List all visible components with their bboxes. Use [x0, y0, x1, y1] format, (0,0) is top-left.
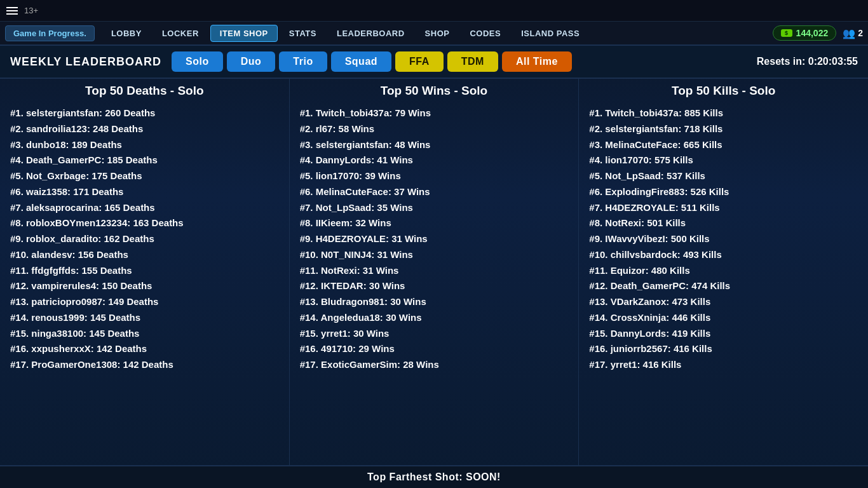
nav-locker[interactable]: LOCKER	[153, 25, 208, 41]
list-item: #1. Twitch_tobi437a: 79 Wins	[300, 105, 569, 121]
game-status: Game In Progress.	[5, 25, 95, 41]
list-item: #11. ffdgfgffds: 155 Deaths	[10, 263, 279, 279]
list-item: #11. NotRexi: 31 Wins	[300, 263, 569, 279]
list-item: #10. alandesv: 156 Deaths	[10, 247, 279, 263]
list-item: #16. juniorrb2567: 416 Kills	[589, 341, 858, 357]
list-item: #3. MelinaCuteFace: 665 Kills	[589, 137, 858, 153]
list-item: #8. IIKieem: 32 Wins	[300, 215, 569, 231]
currency-icon: $	[781, 29, 792, 37]
list-item: #17. yrret1: 416 Kills	[589, 357, 858, 373]
list-item: #6. waiz1358: 171 Deaths	[10, 184, 279, 200]
deaths-title: Top 50 Deaths - Solo	[10, 84, 279, 100]
list-item: #7. Not_LpSaad: 35 Wins	[300, 200, 569, 216]
list-item: #16. 491710: 29 Wins	[300, 341, 569, 357]
tab-solo[interactable]: Solo	[172, 51, 223, 72]
bottom-bar: Top Farthest Shot: SOON!	[0, 465, 868, 488]
list-item: #12. IKTEDAR: 30 Wins	[300, 278, 569, 294]
list-item: #2. rl67: 58 Wins	[300, 121, 569, 137]
list-item: #10. chillvsbardock: 493 Kills	[589, 247, 858, 263]
main-content: Top 50 Deaths - Solo #1. selstergiantsfa…	[0, 79, 868, 465]
tab-duo[interactable]: Duo	[227, 51, 276, 72]
list-item: #3. dunbo18: 189 Deaths	[10, 137, 279, 153]
tab-trio[interactable]: Trio	[279, 51, 327, 72]
list-item: #7. H4DEZROYALE: 511 Kills	[589, 200, 858, 216]
nav-stats[interactable]: STATS	[280, 25, 325, 41]
list-item: #7. aleksaprocarina: 165 Deaths	[10, 200, 279, 216]
list-item: #15. ninga38100: 145 Deaths	[10, 326, 279, 342]
nav-lobby[interactable]: LOBBY	[102, 25, 151, 41]
kills-list: #1. Twitch_tobi437a: 885 Kills#2. selste…	[589, 105, 858, 373]
list-item: #10. N0T_NINJ4: 31 Wins	[300, 247, 569, 263]
tab-tdm[interactable]: TDM	[447, 51, 498, 72]
nav-right: $ 144,022 👥 2	[773, 25, 863, 41]
list-item: #17. ExoticGamerSim: 28 Wins	[300, 357, 569, 373]
list-item: #13. VDarkZanox: 473 Kills	[589, 294, 858, 310]
nav-shop[interactable]: SHOP	[416, 25, 459, 41]
currency-display: $ 144,022	[773, 25, 837, 41]
lb-title: WEEKLY LEADERBOARD	[10, 55, 161, 69]
kills-title: Top 50 Kills - Solo	[589, 84, 858, 100]
wins-column: Top 50 Wins - Solo #1. Twitch_tobi437a: …	[290, 79, 580, 465]
nav-codes[interactable]: CODES	[461, 25, 510, 41]
nav-leaderboard[interactable]: LEADERBOARD	[328, 25, 414, 41]
tab-ffa[interactable]: FFA	[395, 51, 444, 72]
list-item: #14. CrossXninja: 446 Kills	[589, 310, 858, 326]
players-icon: 👥	[843, 27, 855, 39]
list-item: #8. NotRexi: 501 Kills	[589, 215, 858, 231]
list-item: #4. lion17070: 575 Kills	[589, 152, 858, 168]
list-item: #9. H4DEZROYALE: 31 Wins	[300, 231, 569, 247]
list-item: #9. IWavvyVibezI: 500 Kills	[589, 231, 858, 247]
deaths-column: Top 50 Deaths - Solo #1. selstergiantsfa…	[0, 79, 290, 465]
list-item: #15. DannyLords: 419 Kills	[589, 326, 858, 342]
tab-alltime[interactable]: All Time	[502, 51, 572, 72]
currency-amount: 144,022	[796, 28, 829, 38]
menu-icon[interactable]	[6, 7, 18, 15]
age-badge: 13+	[24, 6, 38, 15]
navbar: Game In Progress. LOBBY LOCKER ITEM SHOP…	[0, 22, 868, 46]
list-item: #5. Not_LpSaad: 537 Kills	[589, 168, 858, 184]
deaths-list: #1. selstergiantsfan: 260 Deaths#2. sand…	[10, 105, 279, 373]
list-item: #12. Death_GamerPC: 474 Kills	[589, 278, 858, 294]
list-item: #2. sandroilia123: 248 Deaths	[10, 121, 279, 137]
list-item: #11. Equizor: 480 Kills	[589, 263, 858, 279]
kills-column: Top 50 Kills - Solo #1. Twitch_tobi437a:…	[579, 79, 868, 465]
list-item: #8. robloxBOYmen123234: 163 Deaths	[10, 215, 279, 231]
list-item: #16. xxpusherxxX: 142 Deaths	[10, 341, 279, 357]
list-item: #15. yrret1: 30 Wins	[300, 326, 569, 342]
list-item: #3. selstergiantsfan: 48 Wins	[300, 137, 569, 153]
list-item: #12. vampirerules4: 150 Deaths	[10, 278, 279, 294]
nav-item-shop[interactable]: ITEM SHOP	[210, 25, 278, 42]
wins-title: Top 50 Wins - Solo	[300, 84, 569, 100]
bottom-text: Top Farthest Shot: SOON!	[367, 471, 501, 483]
list-item: #6. ExplodingFire883: 526 Kills	[589, 184, 858, 200]
list-item: #4. DannyLords: 41 Wins	[300, 152, 569, 168]
reset-timer: Resets in: 0:20:03:55	[757, 56, 858, 67]
list-item: #13. Bludragon981: 30 Wins	[300, 294, 569, 310]
list-item: #1. Twitch_tobi437a: 885 Kills	[589, 105, 858, 121]
players-count: 2	[858, 28, 863, 38]
list-item: #2. selstergiantsfan: 718 Kills	[589, 121, 858, 137]
list-item: #5. Not_Gxrbage: 175 Deaths	[10, 168, 279, 184]
leaderboard-header: WEEKLY LEADERBOARD Solo Duo Trio Squad F…	[0, 46, 868, 79]
list-item: #14. renous1999: 145 Deaths	[10, 310, 279, 326]
list-item: #9. roblox_daradito: 162 Deaths	[10, 231, 279, 247]
list-item: #5. lion17070: 39 Wins	[300, 168, 569, 184]
players-display: 👥 2	[843, 27, 863, 39]
list-item: #14. Angeledua18: 30 Wins	[300, 310, 569, 326]
topbar: 13+	[0, 0, 868, 22]
list-item: #13. patriciopro0987: 149 Deaths	[10, 294, 279, 310]
wins-list: #1. Twitch_tobi437a: 79 Wins#2. rl67: 58…	[300, 105, 569, 373]
list-item: #1. selstergiantsfan: 260 Deaths	[10, 105, 279, 121]
list-item: #6. MelinaCuteFace: 37 Wins	[300, 184, 569, 200]
nav-island-pass[interactable]: ISLAND PASS	[512, 25, 588, 41]
tab-squad[interactable]: Squad	[331, 51, 391, 72]
list-item: #17. ProGamerOne1308: 142 Deaths	[10, 357, 279, 373]
list-item: #4. Death_GamerPC: 185 Deaths	[10, 152, 279, 168]
